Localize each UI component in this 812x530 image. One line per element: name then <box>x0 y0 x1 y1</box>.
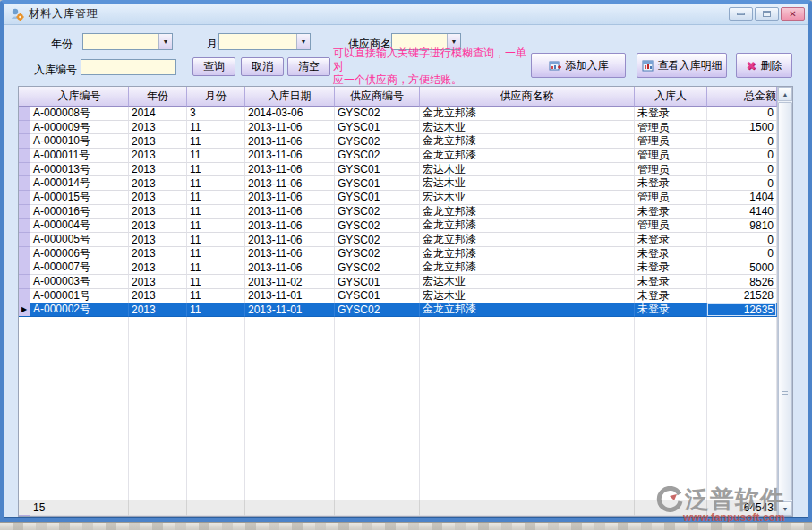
maximize-icon <box>763 11 771 17</box>
cell-year: 2013 <box>129 233 187 247</box>
row-select-marker[interactable] <box>19 163 30 177</box>
table-row[interactable]: A-000009号 2013 11 2013-11-06 GYSC01 宏达木业… <box>19 121 777 135</box>
cell-operator: 管理员 <box>635 219 707 234</box>
cell-month: 11 <box>187 233 245 247</box>
cell-supplier-code: GYSC02 <box>335 134 420 149</box>
table-row[interactable]: A-000013号 2013 11 2013-11-06 GYSC01 宏达木业… <box>19 163 777 177</box>
row-select-marker[interactable] <box>19 176 30 191</box>
cell-month: 11 <box>187 303 245 318</box>
table-row[interactable]: A-000007号 2013 11 2013-11-06 GYSC02 金龙立邦… <box>19 261 777 276</box>
cell-entry-no: A-000009号 <box>30 121 129 135</box>
table-row[interactable]: A-000005号 2013 11 2013-11-06 GYSC02 金龙立邦… <box>19 233 777 247</box>
cell-year: 2013 <box>129 191 187 205</box>
chevron-down-icon[interactable]: ▼ <box>158 34 172 49</box>
table-row[interactable]: A-000011号 2013 11 2013-11-06 GYSC02 金龙立邦… <box>19 149 777 163</box>
cell-year: 2013 <box>129 303 187 318</box>
row-select-marker[interactable] <box>19 107 30 121</box>
entries-table: 入库编号 年份 月份 入库日期 供应商编号 供应商名称 入库人 总金额 A-00… <box>18 86 793 517</box>
cell-date: 2013-11-06 <box>245 247 335 261</box>
table-row[interactable]: A-000003号 2013 11 2013-11-02 GYSC01 宏达木业… <box>19 275 777 289</box>
clear-button[interactable]: 清空 <box>287 57 330 76</box>
row-select-marker[interactable] <box>19 219 30 234</box>
cell-amount: 4140 <box>707 205 777 219</box>
row-select-marker[interactable] <box>19 289 30 303</box>
scrollbar-thumb[interactable] <box>778 102 792 500</box>
hint-line-1: 可以直接输入关键字进行模糊查询，一单对 <box>333 47 534 73</box>
column-header[interactable]: 供应商名称 <box>420 87 635 107</box>
filler-cell <box>707 317 777 500</box>
cell-month: 11 <box>187 149 245 163</box>
cell-month: 11 <box>187 176 245 191</box>
cell-supplier-name: 金龙立邦漆 <box>420 303 635 318</box>
year-label: 年份 <box>51 37 73 52</box>
view-detail-button[interactable]: 查看入库明细 <box>637 53 727 78</box>
filler-cell <box>19 317 30 500</box>
cell-year: 2013 <box>129 261 187 276</box>
table-row[interactable]: A-000001号 2013 11 2013-11-01 GYSC01 宏达木业… <box>19 289 777 303</box>
vertical-scrollbar[interactable]: ▲ ▼ <box>777 87 792 516</box>
column-header[interactable]: 入库人 <box>635 87 707 107</box>
row-select-marker[interactable] <box>19 261 30 276</box>
cell-date: 2013-11-02 <box>245 275 335 289</box>
column-header[interactable]: 总金额 <box>707 87 777 107</box>
month-select[interactable]: ▼ <box>218 33 311 50</box>
table-row[interactable]: ▶ A-000002号 2013 11 2013-11-01 GYSC02 金龙… <box>19 303 777 318</box>
add-entry-button[interactable]: 添加入库 <box>531 53 626 78</box>
close-button[interactable]: ✕ <box>781 7 805 21</box>
cell-entry-no: A-000007号 <box>30 261 129 276</box>
row-select-marker[interactable] <box>19 233 30 247</box>
cell-supplier-code: GYSC02 <box>335 219 420 234</box>
entry-no-input[interactable] <box>81 59 176 75</box>
column-header[interactable]: 供应商编号 <box>335 87 420 107</box>
cell-date: 2013-11-06 <box>245 176 335 191</box>
column-header[interactable]: 年份 <box>129 87 187 107</box>
month-value <box>219 34 295 36</box>
cell-operator: 管理员 <box>635 149 707 163</box>
cell-supplier-code: GYSC02 <box>335 247 420 261</box>
scroll-down-icon[interactable]: ▼ <box>778 501 792 516</box>
cell-operator: 未登录 <box>635 247 707 261</box>
year-select[interactable]: ▼ <box>82 33 173 50</box>
minimize-button[interactable] <box>729 7 753 21</box>
table-row[interactable]: A-000014号 2013 11 2013-11-06 GYSC01 宏达木业… <box>19 176 777 191</box>
cell-supplier-name: 金龙立邦漆 <box>420 107 635 121</box>
row-select-marker[interactable] <box>19 275 30 289</box>
search-hint-text: 可以直接输入关键字进行模糊查询，一单对 应一个供应商，方便结账。 <box>333 47 534 87</box>
column-header[interactable]: 入库日期 <box>245 87 335 107</box>
row-select-marker[interactable] <box>19 149 30 163</box>
cell-month: 11 <box>187 219 245 234</box>
row-select-marker[interactable] <box>19 134 30 149</box>
row-select-marker[interactable] <box>19 205 30 219</box>
cancel-button[interactable]: 取消 <box>241 57 284 76</box>
cell-date: 2013-11-06 <box>245 121 335 135</box>
row-select-marker[interactable] <box>19 191 30 205</box>
cell-year: 2014 <box>129 107 187 121</box>
close-icon: ✕ <box>789 10 796 19</box>
table-row[interactable]: A-000010号 2013 11 2013-11-06 GYSC02 金龙立邦… <box>19 134 777 149</box>
table-row[interactable]: A-000004号 2013 11 2013-11-06 GYSC02 金龙立邦… <box>19 219 777 234</box>
minimize-icon <box>737 13 745 15</box>
cancel-button-label: 取消 <box>252 59 273 74</box>
column-header[interactable]: 月份 <box>187 87 245 107</box>
filler-cell <box>420 317 635 500</box>
cell-entry-no: A-000015号 <box>30 191 129 205</box>
maximize-button[interactable] <box>755 7 779 21</box>
cell-entry-no: A-000003号 <box>30 275 129 289</box>
table-row[interactable]: A-000006号 2013 11 2013-11-06 GYSC02 金龙立邦… <box>19 247 777 261</box>
row-select-marker[interactable] <box>19 121 30 135</box>
query-button[interactable]: 查询 <box>192 57 235 76</box>
table-row[interactable]: A-000016号 2013 11 2013-11-06 GYSC02 金龙立邦… <box>19 205 777 219</box>
hint-line-2: 应一个供应商，方便结账。 <box>333 73 534 87</box>
chevron-down-icon[interactable]: ▼ <box>296 34 310 49</box>
window-title: 材料入库管理 <box>29 6 98 21</box>
cell-supplier-name: 金龙立邦漆 <box>420 134 635 149</box>
row-select-marker[interactable]: ▶ <box>19 303 30 318</box>
cell-entry-no: A-000004号 <box>30 219 129 234</box>
column-header[interactable]: 入库编号 <box>30 87 129 107</box>
table-row[interactable]: A-000015号 2013 11 2013-11-06 GYSC01 宏达木业… <box>19 191 777 205</box>
table-empty-area <box>19 317 777 500</box>
scroll-up-icon[interactable]: ▲ <box>778 87 792 101</box>
table-row[interactable]: A-000008号 2014 3 2014-03-06 GYSC02 金龙立邦漆… <box>19 107 777 121</box>
delete-button[interactable]: ✖ 删除 <box>736 53 792 78</box>
row-select-marker[interactable] <box>19 247 30 261</box>
